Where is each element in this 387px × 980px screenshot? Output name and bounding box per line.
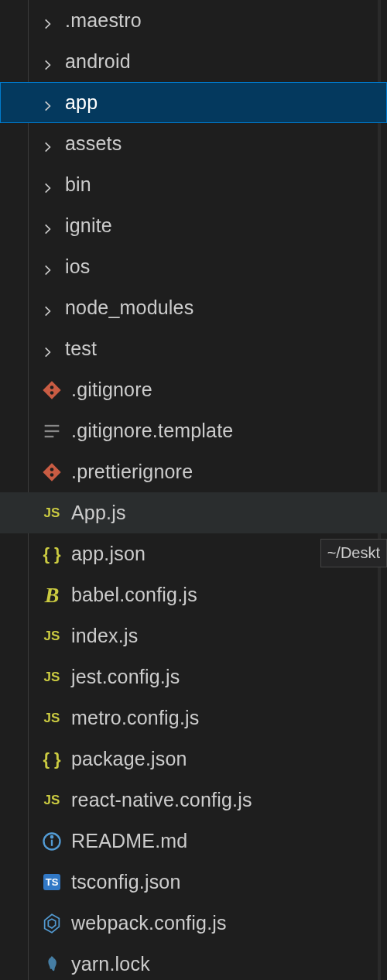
folder-item[interactable]: bin [0, 164, 387, 205]
file-item[interactable]: yarn.lock [0, 944, 387, 980]
yarn-icon [40, 953, 63, 976]
ts-icon: TS [40, 871, 63, 894]
webpack-icon [40, 912, 63, 935]
folder-item[interactable]: test [0, 328, 387, 369]
item-label: yarn.lock [71, 953, 150, 975]
folder-item[interactable]: ios [0, 246, 387, 287]
folder-item[interactable]: node_modules [0, 287, 387, 328]
chevron-right-icon[interactable] [40, 178, 54, 192]
file-item[interactable]: .gitignore.template [0, 410, 387, 451]
file-item[interactable]: JSindex.js [0, 615, 387, 656]
folder-item[interactable]: ignite [0, 205, 387, 246]
chevron-right-icon[interactable] [40, 342, 54, 356]
json-icon: { } [40, 543, 63, 566]
file-item[interactable]: webpack.config.js [0, 903, 387, 944]
item-label: webpack.config.js [71, 912, 227, 934]
item-label: package.json [71, 748, 187, 770]
git-icon [40, 461, 63, 484]
item-label: App.js [71, 502, 126, 524]
file-explorer-tree: .maestroandroidappassetsbinigniteiosnode… [0, 0, 387, 980]
item-label: node_modules [65, 296, 194, 319]
item-label: app.json [71, 543, 146, 565]
file-item[interactable]: JSreact-native.config.js [0, 780, 387, 821]
file-item[interactable]: JSApp.js [0, 492, 387, 533]
chevron-right-icon[interactable] [40, 219, 54, 233]
file-item[interactable]: .gitignore [0, 369, 387, 410]
babel-icon: B [40, 584, 63, 607]
chevron-right-icon[interactable] [40, 55, 54, 69]
json-icon: { } [40, 748, 63, 771]
js-icon: JS [40, 502, 63, 525]
file-item[interactable]: Bbabel.config.js [0, 574, 387, 615]
readme-icon [40, 830, 63, 853]
item-label: .gitignore.template [71, 420, 233, 442]
chevron-right-icon[interactable] [40, 301, 54, 315]
js-icon: JS [40, 666, 63, 689]
js-icon: JS [40, 789, 63, 812]
folder-item[interactable]: android [0, 41, 387, 82]
svg-point-5 [51, 836, 53, 838]
chevron-right-icon[interactable] [40, 137, 54, 151]
file-item[interactable]: TStsconfig.json [0, 862, 387, 903]
file-item[interactable]: { }package.json [0, 738, 387, 780]
js-icon: JS [40, 625, 63, 648]
item-label: react-native.config.js [71, 789, 252, 811]
item-label: babel.config.js [71, 584, 197, 606]
file-item[interactable]: JSjest.config.js [0, 656, 387, 697]
chevron-right-icon[interactable] [40, 14, 54, 28]
item-label: test [65, 338, 97, 360]
chevron-right-icon[interactable] [40, 260, 54, 274]
item-label: assets [65, 132, 122, 155]
item-label: index.js [71, 625, 138, 647]
js-icon: JS [40, 707, 63, 730]
item-label: android [65, 50, 131, 73]
item-label: .prettierignore [71, 461, 193, 483]
file-item[interactable]: JSmetro.config.js [0, 697, 387, 738]
item-label: bin [65, 173, 91, 196]
item-label: ignite [65, 214, 112, 237]
item-label: metro.config.js [71, 707, 200, 729]
folder-item[interactable]: .maestro [0, 0, 387, 41]
item-label: tsconfig.json [71, 871, 181, 893]
item-label: app [65, 91, 98, 114]
item-label: ios [65, 255, 91, 278]
template-icon [40, 420, 63, 443]
chevron-right-icon[interactable] [40, 96, 54, 110]
folder-item[interactable]: assets [0, 123, 387, 164]
item-label: .gitignore [71, 379, 152, 401]
path-tooltip: ~/Deskt [320, 539, 387, 567]
git-icon [40, 379, 63, 402]
item-label: jest.config.js [71, 666, 180, 688]
file-item[interactable]: README.md [0, 821, 387, 862]
item-label: README.md [71, 830, 187, 852]
item-label: .maestro [65, 9, 142, 32]
folder-item[interactable]: app [0, 82, 387, 123]
file-item[interactable]: .prettierignore [0, 451, 387, 492]
